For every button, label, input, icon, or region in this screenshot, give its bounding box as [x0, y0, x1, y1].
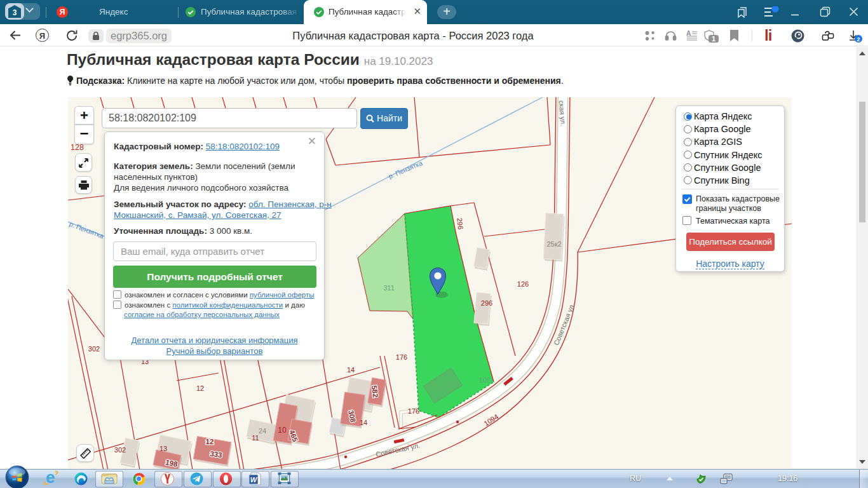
- svg-text:12: 12: [206, 438, 214, 445]
- svg-text:14: 14: [360, 419, 367, 426]
- svg-text:2: 2: [857, 36, 860, 43]
- svg-text:25к2: 25к2: [546, 240, 561, 248]
- svg-text:12: 12: [196, 384, 204, 392]
- svg-text:р. Пензятка: р. Пензятка: [68, 220, 105, 240]
- svg-text:126: 126: [517, 280, 529, 288]
- svg-text:302: 302: [114, 446, 126, 454]
- svg-text:W: W: [250, 476, 258, 484]
- svg-text:13: 13: [159, 445, 167, 452]
- svg-text:296: 296: [481, 299, 492, 307]
- svg-text:1: 1: [712, 35, 715, 43]
- svg-text:582: 582: [370, 385, 379, 398]
- svg-text:1094: 1094: [482, 412, 499, 427]
- svg-text:311: 311: [383, 284, 395, 292]
- svg-text:176: 176: [396, 353, 407, 361]
- svg-text:24: 24: [259, 427, 266, 435]
- svg-text:10: 10: [278, 426, 287, 435]
- svg-text:176: 176: [408, 407, 419, 415]
- svg-text:11: 11: [252, 434, 259, 442]
- svg-text:14: 14: [347, 366, 355, 374]
- svg-text:р. Пензятка: р. Пензятка: [387, 159, 423, 180]
- svg-text:109: 109: [479, 376, 491, 384]
- svg-text:296: 296: [456, 217, 465, 230]
- svg-text:302: 302: [88, 345, 100, 353]
